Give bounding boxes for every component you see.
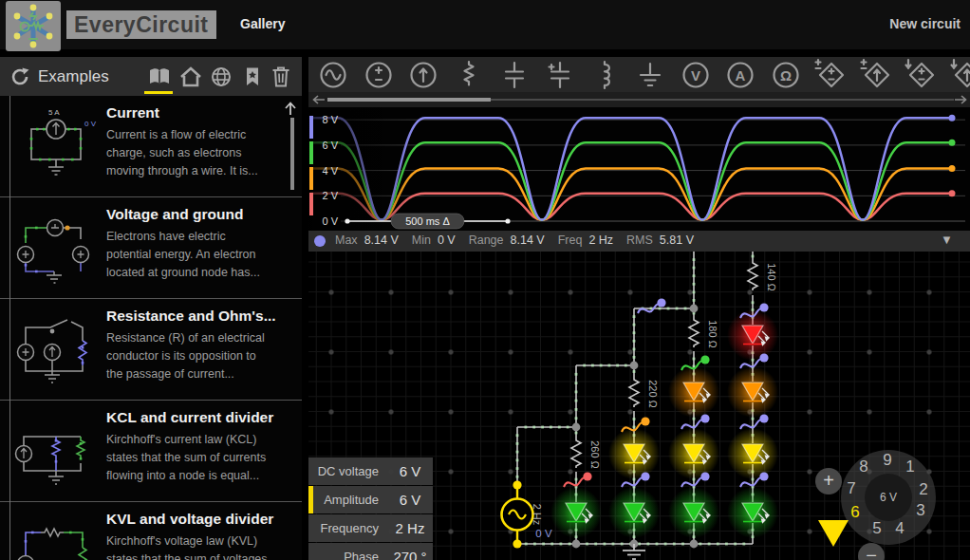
vccs-button[interactable] [858, 58, 896, 91]
voltage-source[interactable] [502, 480, 533, 548]
resistor-button[interactable] [450, 58, 488, 91]
channel-key-bar[interactable] [309, 193, 313, 215]
led-orange[interactable] [668, 366, 719, 418]
svg-text:A: A [736, 67, 746, 84]
led-green[interactable] [550, 487, 602, 538]
list-item-kcl-current-divider[interactable]: KCL and current divider Kirchhoff's curr… [0, 401, 302, 502]
led-green[interactable] [608, 487, 660, 538]
item-desc: Kirchhoff's voltage law (KVL)states that… [106, 532, 292, 560]
book-icon[interactable] [147, 65, 172, 89]
everycircuit-logo[interactable] [6, 1, 61, 51]
ground-symbol[interactable] [623, 544, 645, 559]
scroll-right-arrow-icon[interactable] [953, 93, 968, 106]
sidebar-header: Examples [0, 57, 302, 96]
param-row-amplitude[interactable]: Amplitude 6 V [308, 486, 433, 513]
scroll-up-arrow-icon[interactable] [283, 101, 298, 116]
ccvs-button[interactable] [903, 58, 941, 91]
top-nav: EveryCircuit Gallery New circuit [0, 0, 970, 49]
item-desc: Current is a flow of electriccharge, suc… [106, 126, 292, 180]
ruler-label: 500 ms Δ [405, 215, 450, 227]
channel-key-bar[interactable] [309, 167, 313, 190]
dial-number-7: 7 [847, 479, 855, 498]
ccvs-icon [905, 58, 939, 92]
dial-increment-button[interactable]: + [815, 468, 842, 495]
junction-node[interactable] [690, 305, 699, 313]
svg-text:Ω: Ω [780, 67, 792, 84]
channel-key-bar[interactable] [309, 141, 313, 164]
resistor-label: 260 Ω [589, 440, 601, 469]
book-tab-active-underline [144, 91, 173, 94]
current-source-button[interactable] [404, 58, 442, 91]
dial-number-3: 3 [916, 501, 924, 520]
item-title: KVL and voltage divider [106, 511, 292, 528]
resistor[interactable] [629, 378, 639, 407]
collapse-scope-icon[interactable]: ▼ [941, 233, 953, 247]
junction-node[interactable] [630, 362, 639, 370]
list-left-guide-line [9, 96, 10, 560]
component-toolbar: V A Ω [308, 57, 970, 92]
ohmmeter-button[interactable]: Ω [767, 58, 805, 91]
channel-legend-dot[interactable] [314, 235, 326, 247]
voltmeter-button[interactable]: V [677, 58, 715, 91]
scope-stats-values: Max8.14 VMin0 VRange8.14 VFreq2 HzRMS5.8… [335, 233, 694, 247]
nav-new-circuit-link[interactable]: New circuit [889, 16, 961, 31]
junction-node[interactable] [572, 423, 581, 432]
item-desc: Kirchhoff's current law (KCL)states that… [106, 431, 292, 485]
logo-snowflake-icon [6, 1, 61, 51]
list-item-resistance-ohms-law[interactable]: Resistance and Ohm's... Resistance (R) o… [0, 299, 302, 401]
junction-node[interactable] [690, 540, 699, 549]
param-row-phase[interactable]: Phase 270 ° [308, 543, 433, 560]
resistor-label: 140 Ω [766, 263, 777, 291]
cccs-button[interactable] [948, 58, 970, 91]
junction-node[interactable] [572, 540, 581, 549]
led-yellow[interactable] [668, 428, 719, 479]
nav-gallery-link[interactable]: Gallery [240, 16, 285, 31]
list-item-kvl-voltage-divider[interactable]: KVL and voltage divider Kirchhoff's volt… [0, 502, 302, 560]
globe-icon[interactable] [209, 65, 233, 89]
circuit-canvas[interactable]: 260 Ω220 Ω180 Ω140 Ω [308, 252, 970, 560]
sidebar-scrollbar-thumb[interactable] [290, 118, 294, 190]
led-yellow[interactable] [727, 428, 778, 479]
scroll-left-arrow-icon[interactable] [311, 93, 326, 106]
ground-button[interactable] [631, 58, 669, 91]
resistor[interactable] [748, 261, 757, 290]
ammeter-button[interactable]: A [721, 58, 759, 91]
sidebar-title: Examples [38, 57, 109, 96]
led-yellow[interactable] [608, 428, 660, 479]
toolbar-scrollbar-thumb[interactable] [327, 98, 491, 102]
dc-source-button[interactable] [360, 58, 398, 91]
node-voltage-label: 0 V [535, 528, 552, 539]
inductor-button[interactable] [586, 58, 624, 91]
param-row-dc-voltage[interactable]: DC voltage 6 V [308, 457, 433, 485]
toolbar-scrollbar [308, 92, 970, 107]
bookmark-icon[interactable] [240, 65, 265, 89]
svg-text:V: V [691, 67, 700, 84]
thumbnail-current: 5 A 0 V [12, 103, 102, 189]
led-orange[interactable] [727, 366, 778, 418]
stat-value: 2 Hz [588, 233, 613, 247]
thumbnail-resistance [12, 307, 102, 392]
led-green[interactable] [727, 487, 778, 538]
param-row-frequency[interactable]: Frequency 2 Hz [308, 514, 433, 542]
probe-purple[interactable] [638, 298, 666, 313]
oscilloscope-plot[interactable]: 8 V6 V4 V2 V0 V500 ms Δ [308, 107, 970, 231]
trash-icon[interactable] [269, 65, 293, 89]
source-freq-label: 2 Hz [532, 504, 543, 526]
list-item-current[interactable]: 5 A 0 V Current Current is a flow of ele… [0, 96, 302, 197]
channel-key-bar[interactable] [309, 116, 313, 139]
led-green[interactable] [668, 487, 719, 538]
ac-source-button[interactable] [314, 58, 352, 91]
list-item-voltage-ground[interactable]: Voltage and ground Electrons have electr… [0, 197, 302, 299]
stat-label: RMS [626, 233, 653, 247]
refresh-icon[interactable] [8, 65, 32, 89]
resistor[interactable] [689, 318, 699, 347]
probe-red[interactable] [564, 472, 592, 487]
item-title: Current [106, 104, 292, 121]
item-title: Voltage and ground [106, 206, 292, 223]
vcvs-button[interactable] [812, 58, 850, 91]
home-icon[interactable] [178, 65, 203, 89]
capacitor-button[interactable] [495, 58, 533, 91]
resistor[interactable] [571, 439, 581, 468]
polarized-capacitor-button[interactable] [541, 58, 579, 91]
stat-label: Min [412, 233, 431, 247]
